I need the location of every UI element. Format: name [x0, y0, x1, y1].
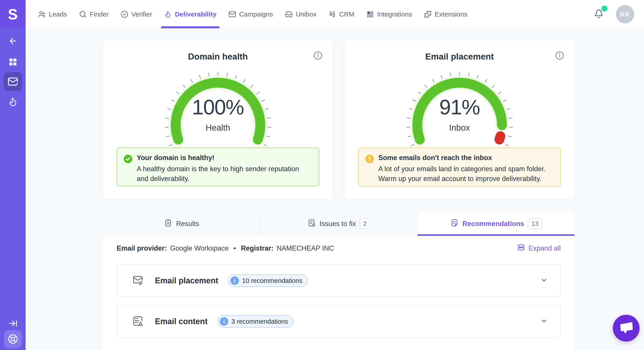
tab-recommendations[interactable]: Recommendations 13 — [418, 212, 574, 236]
nav-item-crm[interactable]: CRM — [328, 0, 354, 28]
notification-dot — [602, 6, 608, 12]
tab-label: Results — [176, 220, 199, 228]
tab-results[interactable]: Results — [103, 212, 260, 236]
domain-health-card: Domain health 100% Health Your domain is… — [103, 40, 333, 199]
alert-body: A lot of your emails land in categories … — [378, 164, 554, 184]
sidebar-item-warmup[interactable] — [8, 97, 18, 107]
document-issues-icon — [307, 219, 316, 229]
recommendations-panel-body: Email provider: Google Workspace • Regis… — [103, 236, 574, 350]
email-provider-label: Email provider: — [117, 244, 167, 252]
info-icon[interactable] — [313, 51, 323, 61]
nav-item-label: Campaigns — [239, 11, 273, 18]
top-navigation-bar: Leads Finder Verifier Deliverability Cam… — [26, 0, 644, 29]
flame-icon — [164, 11, 172, 18]
tab-strip: Results Issues to fix 2 Recommendations … — [103, 212, 574, 236]
tab-badge: 2 — [360, 219, 370, 229]
nav-item-leads[interactable]: Leads — [38, 0, 67, 28]
recommendations-note-icon — [450, 219, 459, 229]
kanban-icon — [328, 11, 336, 18]
domain-health-caption: Health — [160, 123, 276, 133]
sidebar: S — [0, 0, 26, 350]
email-placement-alert: Some emails don't reach the inbox A lot … — [358, 147, 561, 186]
topbar-right-cluster: KK — [594, 5, 644, 23]
bell-icon — [594, 15, 604, 19]
chevron-down-icon[interactable] — [540, 317, 548, 326]
speech-bubble-icon — [613, 315, 639, 341]
nav-item-label: Finder — [90, 11, 109, 18]
alert-title: Your domain is healthy! — [137, 154, 312, 162]
grid-icon — [8, 57, 18, 67]
tab-issues-to-fix[interactable]: Issues to fix 2 — [260, 212, 417, 236]
nav-item-label: Verifier — [132, 11, 152, 18]
expand-rows-icon — [517, 243, 525, 253]
nav-item-integrations[interactable]: Integrations — [366, 0, 412, 28]
tab-badge: 13 — [528, 219, 542, 229]
nav-item-extensions[interactable]: Extensions — [424, 0, 468, 28]
accordion-email-placement[interactable]: Email placement i 10 recommendations — [117, 264, 561, 297]
info-filled-icon: i — [230, 276, 239, 285]
email-placement-percent: 91% — [402, 97, 518, 118]
nav-item-label: Extensions — [435, 11, 468, 18]
nav-item-label: Unibox — [296, 11, 316, 18]
nav-item-deliverability[interactable]: Deliverability — [164, 0, 216, 28]
mail-check-icon — [8, 76, 18, 87]
domain-health-percent: 100% — [160, 97, 276, 118]
clipboard-icon — [164, 219, 172, 229]
separator-dot: • — [234, 244, 236, 252]
accordion-email-content[interactable]: Email content i 3 recommendations — [117, 305, 561, 338]
sidebar-item-email-health[interactable] — [4, 72, 22, 91]
recommendations-count-label: 10 recommendations — [242, 277, 302, 284]
check-circle-filled-icon — [123, 154, 133, 164]
avatar-initials: KK — [620, 11, 630, 18]
mail-double-check-icon — [132, 274, 144, 287]
users-icon — [38, 11, 46, 18]
info-filled-icon: i — [220, 317, 228, 326]
chat-widget-button[interactable] — [613, 315, 640, 341]
expand-all-label: Expand all — [528, 244, 561, 252]
alert-title: Some emails don't reach the inbox — [378, 154, 554, 162]
search-icon — [79, 11, 86, 18]
nav-item-label: Leads — [49, 11, 67, 18]
domain-health-title: Domain health — [103, 52, 333, 62]
nav-item-unibox[interactable]: Unibox — [285, 0, 316, 28]
chevron-down-icon[interactable] — [540, 276, 548, 285]
alert-body: A healthy domain is the key to high send… — [137, 164, 312, 184]
sidebar-collapse-button[interactable] — [8, 319, 18, 328]
nav-item-label: Deliverability — [175, 11, 216, 18]
recommendations-count-badge: i 10 recommendations — [228, 274, 308, 287]
registrar-value: NAMECHEAP INC — [276, 244, 334, 252]
recommendations-count-label: 3 recommendations — [231, 318, 288, 325]
sidebar-item-dashboard[interactable] — [8, 57, 18, 67]
inbox-icon — [285, 11, 292, 18]
life-buoy-icon — [8, 334, 18, 344]
info-icon[interactable] — [555, 51, 564, 61]
domain-health-gauge: 100% Health — [160, 68, 276, 146]
email-placement-title: Email placement — [344, 52, 574, 62]
sidebar-help-button[interactable] — [4, 330, 22, 348]
nav-item-campaigns[interactable]: Campaigns — [228, 0, 273, 28]
email-placement-gauge: 91% Inbox — [402, 68, 518, 146]
notifications-button[interactable] — [594, 9, 604, 19]
email-placement-card: Email placement 91% Inbox Some emails do… — [344, 40, 574, 199]
flame-icon — [8, 97, 18, 107]
accordion-title: Email content — [155, 317, 208, 326]
email-provider-value: Google Workspace — [170, 244, 229, 252]
app-logo[interactable]: S — [0, 0, 26, 29]
avatar[interactable]: KK — [616, 5, 634, 23]
tab-label: Issues to fix — [320, 220, 356, 228]
sidebar-back-button[interactable] — [8, 36, 18, 46]
nav-item-finder[interactable]: Finder — [79, 0, 109, 28]
expand-all-button[interactable]: Expand all — [517, 243, 561, 253]
deliverability-panel: Results Issues to fix 2 Recommendations … — [103, 212, 574, 350]
domain-summary-row: Email provider: Google Workspace • Regis… — [117, 236, 561, 253]
registrar-label: Registrar: — [241, 244, 274, 252]
mail-icon — [228, 11, 236, 18]
arrow-right-to-line-icon — [8, 319, 18, 328]
warning-circle-filled-icon — [365, 154, 374, 164]
nav-item-label: Integrations — [377, 11, 412, 18]
nav-item-verifier[interactable]: Verifier — [121, 0, 152, 28]
check-circle-icon — [121, 11, 128, 18]
accordion-title: Email placement — [155, 276, 218, 285]
arrow-left-icon — [8, 36, 18, 46]
app-logo-letter: S — [8, 7, 18, 22]
